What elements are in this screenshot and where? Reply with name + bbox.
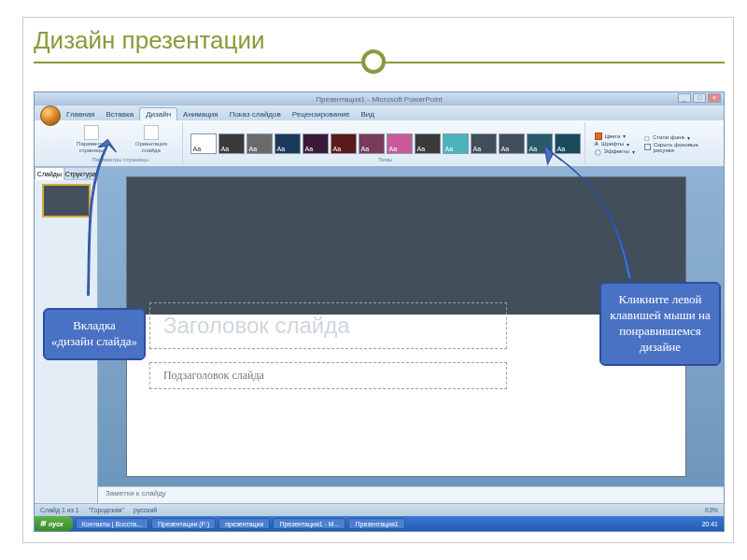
minimize-button[interactable]: _	[678, 93, 691, 103]
maximize-button[interactable]: □	[693, 93, 706, 103]
ribbon-tabs: Главная Вставка Дизайн Анимация Показ сл…	[35, 105, 724, 120]
start-button[interactable]: ⊞ пуск	[35, 516, 73, 531]
title-ring-icon	[361, 49, 386, 74]
orientation-button[interactable]: Ориентация слайда	[124, 124, 177, 154]
group-background: ▢Стили фона ▾ Скрыть фоновые рисунки	[639, 122, 720, 164]
tab-review[interactable]: Рецензирование	[287, 108, 356, 120]
status-theme: "Городская"	[89, 507, 124, 513]
status-bar: Слайд 1 из 1 "Городская" русский 63%	[35, 503, 724, 516]
taskbar-item-3[interactable]: презентации	[218, 518, 270, 529]
themes-gallery	[190, 124, 581, 157]
colors-dropdown[interactable]: Цвета ▾	[595, 133, 627, 140]
bg-styles-dropdown[interactable]: ▢Стили фона ▾	[644, 134, 690, 141]
tab-slideshow[interactable]: Показ слайдов	[224, 108, 287, 120]
theme-thumbnail-7[interactable]	[387, 133, 413, 154]
theme-thumbnail-11[interactable]	[499, 133, 525, 154]
slide-subtitle-placeholder[interactable]: Подзаголовок слайда	[149, 362, 507, 389]
hide-bg-checkbox[interactable]: Скрыть фоновые рисунки	[644, 142, 720, 153]
page-title: Дизайн презентации	[34, 26, 265, 55]
group-themes: Темы	[187, 122, 585, 164]
close-button[interactable]: ×	[708, 93, 721, 103]
taskbar-item-2[interactable]: Презентации (F:)	[151, 518, 216, 529]
theme-thumbnail-0[interactable]	[190, 133, 217, 154]
orientation-icon	[144, 125, 159, 140]
theme-thumbnail-8[interactable]	[415, 133, 441, 154]
status-language: русский	[134, 507, 157, 513]
system-tray: 20:41	[701, 521, 718, 527]
tab-insert[interactable]: Вставка	[100, 108, 139, 120]
taskbar-item-1[interactable]: Контакты | Восста...	[76, 518, 148, 529]
windows-taskbar: ⊞ пуск Контакты | Восста... Презентации …	[35, 516, 724, 531]
window-titlebar: Презентация1 - Microsoft PowerPoint _ □ …	[35, 92, 724, 105]
callout-click-theme: Кликните левой клавишей мыши на понравив…	[599, 282, 721, 366]
tab-design[interactable]: Дизайн	[139, 107, 177, 120]
callout-design-tab: Вкладка «дизайн слайда»	[43, 308, 146, 360]
theme-thumbnail-4[interactable]	[303, 133, 329, 154]
office-button[interactable]	[40, 105, 61, 126]
theme-thumbnail-9[interactable]	[443, 133, 469, 154]
window-controls: _ □ ×	[678, 93, 721, 103]
taskbar-item-4[interactable]: Презентация1 - М...	[273, 518, 345, 529]
theme-thumbnail-10[interactable]	[471, 133, 497, 154]
tab-animation[interactable]: Анимация	[177, 108, 224, 120]
tray-clock[interactable]: 20:41	[701, 521, 718, 527]
slide-title-placeholder[interactable]: Заголовок слайда	[149, 302, 507, 349]
tab-view[interactable]: Вид	[356, 108, 380, 120]
theme-thumbnail-5[interactable]	[331, 133, 357, 154]
tab-home[interactable]: Главная	[61, 108, 100, 120]
window-title: Презентация1 - Microsoft PowerPoint	[316, 95, 442, 104]
theme-thumbnail-6[interactable]	[359, 133, 385, 154]
taskbar-item-5[interactable]: Презентация1	[348, 518, 404, 529]
colors-icon	[595, 133, 602, 140]
status-slide-count: Слайд 1 из 1	[40, 507, 79, 513]
status-zoom[interactable]: 63%	[705, 507, 718, 513]
slides-tab[interactable]: Слайды	[35, 167, 64, 180]
theme-thumbnail-3[interactable]	[275, 133, 301, 154]
theme-thumbnail-2[interactable]	[247, 133, 273, 154]
theme-thumbnail-1[interactable]	[218, 133, 245, 154]
notes-pane[interactable]: Заметки к слайду	[98, 486, 724, 503]
windows-logo-icon: ⊞	[40, 520, 46, 527]
